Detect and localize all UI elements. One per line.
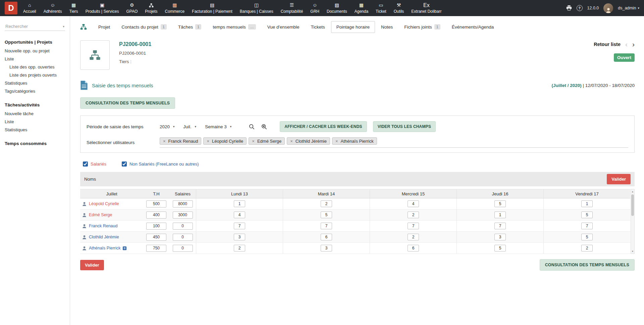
search-icon[interactable]: [249, 124, 255, 130]
help-icon[interactable]: ?: [577, 5, 583, 11]
month-select[interactable]: Juil. ▾: [183, 124, 197, 129]
day-hours-input[interactable]: [321, 200, 332, 207]
top-menu-item-documents[interactable]: ▨Documents: [323, 0, 351, 16]
top-menu-item-grh[interactable]: ☺GRH: [307, 0, 323, 16]
sidebar-item-statistiques[interactable]: Statistiques: [0, 79, 70, 87]
top-menu-item-comptabilite[interactable]: ☰Comptabilité: [277, 0, 307, 16]
user-chip-leopold-cyrielle[interactable]: ×Léopold Cyrielle: [203, 137, 247, 145]
day-hours-input[interactable]: [581, 223, 593, 229]
clear-search-icon[interactable]: [261, 124, 267, 130]
salary-input[interactable]: [173, 245, 193, 252]
th-input[interactable]: [146, 234, 166, 241]
salaried-label[interactable]: Salariés: [91, 161, 106, 167]
scroll-up-icon[interactable]: ▲: [632, 189, 634, 194]
next-record-icon[interactable]: ›: [632, 41, 635, 47]
day-hours-input[interactable]: [321, 234, 332, 240]
day-hours-input[interactable]: [234, 234, 245, 240]
top-menu-item-commerce[interactable]: ▥Commerce: [161, 0, 189, 16]
th-input[interactable]: [146, 212, 166, 219]
back-to-list-link[interactable]: Retour liste: [594, 42, 621, 47]
consult-monthly-top-button[interactable]: CONSULTATION DES TEMPS MENSUELS: [80, 97, 175, 109]
top-menu-item-facturation-paiement[interactable]: ▤Facturation | Paiement: [188, 0, 236, 16]
non-salaried-label[interactable]: Non Salariés (FreeLance ou autres): [129, 161, 199, 167]
year-select[interactable]: 2020 ▾: [160, 124, 175, 129]
th-input[interactable]: [146, 223, 166, 230]
tab-contacts-du-projet[interactable]: Contacts du projet1: [116, 21, 172, 33]
day-hours-input[interactable]: [494, 245, 506, 251]
clear-fields-button[interactable]: VIDER TOUS LES CHAMPS: [373, 121, 436, 132]
tab-evenements-agenda[interactable]: Événements/Agenda: [446, 21, 499, 33]
day-hours-input[interactable]: [494, 234, 506, 240]
salaried-checkbox[interactable]: [83, 161, 88, 167]
top-menu-item-produits-services[interactable]: ▣Produits | Services: [82, 0, 123, 16]
top-menu-item-projets[interactable]: Projets: [141, 0, 161, 16]
salary-input[interactable]: [173, 234, 193, 241]
user-chip-athenais-pierrick[interactable]: ×Athénaïs Pierrick: [332, 137, 377, 145]
top-menu-item-outils[interactable]: ⚒Outils: [390, 0, 408, 16]
remove-chip-icon[interactable]: ×: [252, 139, 255, 144]
day-hours-input[interactable]: [408, 234, 419, 240]
top-menu-item-ticket[interactable]: ▭Ticket: [372, 0, 390, 16]
tab-taches[interactable]: Tâches1: [173, 21, 207, 33]
day-hours-input[interactable]: [321, 223, 332, 229]
day-hours-input[interactable]: [234, 212, 245, 218]
toggle-weekends-button[interactable]: AFFICHER / CACHER LES WEEK-ENDS: [280, 121, 367, 132]
scroll-down-icon[interactable]: ▼: [632, 249, 634, 253]
week-select[interactable]: Semaine 3 ▾: [205, 124, 231, 129]
search-input[interactable]: [5, 22, 65, 31]
day-hours-input[interactable]: [321, 245, 332, 251]
day-hours-input[interactable]: [234, 200, 245, 207]
users-multiselect[interactable]: ×Franck Renaud×Léopold Cyrielle×Edmé Ser…: [160, 137, 628, 148]
day-hours-input[interactable]: [234, 223, 245, 229]
salary-input[interactable]: [173, 212, 193, 219]
tab-vue-d-ensemble[interactable]: Vue d'ensemble: [262, 21, 305, 33]
th-input[interactable]: [146, 245, 166, 252]
user-chip-clothild-jeremie[interactable]: ×Clothild Jérémie: [287, 137, 330, 145]
sidebar-item-liste-des-projets-ouverts[interactable]: Liste des projets ouverts: [0, 71, 70, 79]
search-caret-icon[interactable]: ▾: [63, 25, 64, 28]
dolibarr-logo[interactable]: D: [5, 2, 17, 14]
project-ref-link[interactable]: PJ2006-0001: [119, 41, 151, 47]
vertical-scrollbar[interactable]: ▲ ▼: [631, 189, 635, 254]
validate-bottom-button[interactable]: Valider: [80, 260, 104, 270]
sidebar-item-nouvelle-tache[interactable]: Nouvelle tâche: [0, 109, 70, 118]
print-icon[interactable]: [566, 5, 572, 11]
remove-chip-icon[interactable]: ×: [207, 139, 209, 144]
day-hours-input[interactable]: [408, 223, 419, 229]
day-hours-input[interactable]: [494, 212, 506, 218]
day-hours-input[interactable]: [494, 200, 506, 207]
top-menu-item-accueil[interactable]: ⌂Accueil: [19, 0, 40, 16]
day-hours-input[interactable]: [581, 200, 593, 207]
sidebar-item-liste-des-opp-ouvertes[interactable]: Liste des opp. ouvertes: [0, 63, 70, 71]
day-hours-input[interactable]: [581, 234, 593, 240]
salary-input[interactable]: [173, 223, 193, 230]
user-avatar[interactable]: [603, 3, 613, 13]
user-link[interactable]: Franck Renaud: [89, 224, 117, 228]
tab-projet[interactable]: Projet: [93, 21, 115, 33]
remove-chip-icon[interactable]: ×: [335, 139, 338, 144]
day-hours-input[interactable]: [234, 245, 245, 251]
tab-tickets[interactable]: Tickets: [306, 21, 330, 33]
sidebar-item-liste[interactable]: Liste: [0, 118, 70, 126]
sidebar-section-title[interactable]: Temps consommés: [0, 139, 70, 148]
tab-notes[interactable]: Notes: [376, 21, 398, 33]
user-link[interactable]: Edmé Serge: [89, 213, 112, 217]
sidebar-section-title[interactable]: Tâches/activités: [0, 100, 70, 109]
sidebar-item-liste[interactable]: Liste: [0, 55, 70, 63]
scrollbar-thumb[interactable]: [631, 194, 634, 216]
top-menu-item-tiers[interactable]: ▦Tiers: [65, 0, 82, 16]
tab-temps-mensuels[interactable]: temps mensuels…: [207, 21, 261, 33]
day-hours-input[interactable]: [581, 245, 593, 251]
remove-chip-icon[interactable]: ×: [290, 139, 293, 144]
th-input[interactable]: [146, 200, 166, 207]
day-hours-input[interactable]: [408, 245, 419, 251]
day-hours-input[interactable]: [581, 212, 593, 218]
top-menu-item-extranet-dolibarr[interactable]: ExExtranet Dolibarr: [408, 0, 445, 16]
day-hours-input[interactable]: [494, 223, 506, 229]
sidebar-item-tags-categories[interactable]: Tags/catégories: [0, 87, 70, 95]
day-hours-input[interactable]: [408, 212, 419, 218]
top-menu-item-banques-caisses[interactable]: ◫Banques | Caisses: [236, 0, 277, 16]
day-hours-input[interactable]: [408, 200, 419, 207]
top-menu-item-gpao[interactable]: ⚙GPAO: [122, 0, 141, 16]
sidebar-item-nouvelle-opp-ou-projet[interactable]: Nouvelle opp. ou projet: [0, 47, 70, 55]
